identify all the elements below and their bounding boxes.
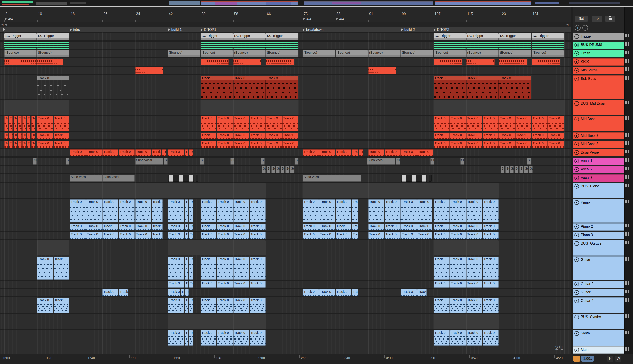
clip-bluemidi[interactable]: Track 0 xyxy=(217,256,233,280)
clip-bluethin[interactable]: Track 0 xyxy=(189,224,193,230)
clip-bluethin[interactable]: Track 0 xyxy=(352,224,358,230)
clip-dim[interactable] xyxy=(37,240,69,256)
clip-bluethin[interactable]: Track 0 xyxy=(185,289,189,296)
clip-bluethin[interactable]: Track 0 xyxy=(417,224,432,230)
clip-bluethin[interactable]: Track 0 xyxy=(201,281,217,288)
clip-gray[interactable]: Suno Vocal xyxy=(262,166,266,173)
clip-bluethin[interactable]: Track 0 xyxy=(233,232,249,239)
track-header-bus-mid-bass[interactable]: ≡BUS_Mid Bass xyxy=(573,100,624,115)
clip-bounce[interactable]: (Bounce) xyxy=(336,50,368,57)
clip-redthin[interactable]: Track 0 xyxy=(359,149,363,156)
clip-bluemidi[interactable]: Track 0 xyxy=(450,256,466,280)
clip-redthin[interactable]: Track 0 xyxy=(233,132,249,139)
clip-redthin[interactable]: Track 0 xyxy=(466,141,482,148)
clip-redthin[interactable]: Track 0 xyxy=(548,141,564,148)
clip-bluethin[interactable]: Track 0 xyxy=(217,224,233,230)
clip-green[interactable] xyxy=(532,42,564,48)
clip-redthin[interactable]: Track 0 xyxy=(152,149,161,156)
clip-sc[interactable]: SC Trigger xyxy=(233,33,266,40)
clip-dim[interactable] xyxy=(70,183,266,198)
track-header-synth[interactable]: ▼Synth xyxy=(573,330,624,346)
clip-bluethin[interactable]: Track 0 xyxy=(434,232,450,239)
clip-redthin[interactable]: Track 0 xyxy=(233,141,249,148)
clip-bounce[interactable]: (Bounce) xyxy=(5,50,37,57)
clip-redthin[interactable]: Track 0 xyxy=(303,149,319,156)
clip-bluemidi[interactable]: Track 0 xyxy=(466,199,482,222)
clip-gray[interactable]: Suno Vocal xyxy=(529,166,532,173)
clip-bluemidi[interactable]: Track 0 xyxy=(450,298,466,313)
track-header-bus-synths[interactable]: ≡BUS_Synths xyxy=(573,314,624,330)
clip-bluemidi[interactable]: Track 0 xyxy=(201,298,217,313)
clip-bluemidi[interactable]: Track 0 xyxy=(434,330,450,346)
clip-bluethin[interactable]: Track 0 xyxy=(201,232,217,239)
clip-bluethin[interactable]: Track 0 xyxy=(102,224,118,230)
track-lane-bus-drums[interactable] xyxy=(0,42,571,49)
track-fold-icon[interactable]: ▶ xyxy=(574,51,579,56)
clip-bluemidi[interactable]: Track 0 xyxy=(483,298,499,313)
clip-bluethin[interactable]: Track 0 xyxy=(201,224,217,230)
clip-redthin[interactable]: Track 0 xyxy=(14,141,17,148)
clip-bluethin[interactable]: Track 0 xyxy=(168,224,184,230)
clip-green[interactable] xyxy=(499,42,531,48)
clip-bluethin[interactable]: Track 0 xyxy=(417,232,432,239)
clip-gray[interactable]: Suno Vocal xyxy=(70,175,102,182)
locator-drop2[interactable]: DROP2 xyxy=(434,28,449,32)
locator-breakdown[interactable]: breakdown xyxy=(303,28,323,32)
track-header-piano[interactable]: ▼Piano xyxy=(573,199,624,222)
clip-green[interactable] xyxy=(201,42,233,48)
clip-redthin[interactable]: Track 0 xyxy=(450,141,466,148)
track-header-sub-bass[interactable]: ▼Sub Bass xyxy=(573,76,624,99)
clip-bluethin[interactable]: Track 0 xyxy=(483,224,499,230)
clip-bluemidi[interactable]: Track 0 xyxy=(185,298,188,313)
track-lane-synth[interactable]: Track 0Track 0Track 0Track 0Track 0Track… xyxy=(0,330,571,346)
clip-gray[interactable]: Suno Vocal xyxy=(66,158,69,165)
track-lane-bus-mid-bass[interactable] xyxy=(0,100,571,115)
clip-darkmidi[interactable]: Track 0 xyxy=(201,76,233,99)
waveform-icon[interactable]: ≈ xyxy=(573,356,580,362)
clip-bluethin[interactable]: Track 0 xyxy=(152,232,163,239)
clip-redmidi[interactable]: Track 0 xyxy=(499,116,515,131)
clip-redmidi[interactable]: Track 0 xyxy=(27,116,31,131)
clip-redthin[interactable]: Track 0 xyxy=(23,141,26,148)
clip-redthin[interactable]: Track 0 xyxy=(102,149,118,156)
clip-bluethin[interactable]: Track 0 xyxy=(466,224,482,230)
clip-bluemidi[interactable]: Track 0 xyxy=(168,298,184,313)
clip-redthin[interactable]: Track 0 xyxy=(31,141,35,148)
clip-green[interactable] xyxy=(5,42,37,48)
clip-bluethin[interactable]: Track 0 xyxy=(336,289,352,296)
clip-darkmidi[interactable]: Track 0 xyxy=(233,76,266,99)
clip-redthin[interactable]: Track 0 xyxy=(401,149,417,156)
clip-redthin[interactable]: Track 0 xyxy=(515,132,531,139)
track-header-kick-verse[interactable]: ▶Kick Verse xyxy=(573,67,624,74)
clip-bluethin[interactable]: Track 0 xyxy=(303,232,319,239)
clip-bluethin[interactable]: Track 0 xyxy=(352,232,358,239)
clip-sc[interactable]: SC Trigger xyxy=(466,33,499,40)
clip-bluemidi[interactable]: Track 0 xyxy=(37,256,53,280)
clip-ghost[interactable]: Track 0 xyxy=(37,76,69,99)
track-lane-guitar[interactable]: Track 0Track 0Track 0Track 0Track 0Track… xyxy=(0,256,571,280)
clip-gray[interactable]: Suno Vocal xyxy=(102,175,135,182)
clip-kick[interactable] xyxy=(201,58,229,66)
clip-bluemidi[interactable]: Track 0 xyxy=(217,330,233,346)
clip-gray[interactable]: Suno Vocal xyxy=(460,158,464,165)
track-header-guitar-2[interactable]: ▶Guitar 2 xyxy=(573,280,624,288)
clip-redthin[interactable]: Track 0 xyxy=(352,149,358,156)
clip-bluemidi[interactable]: Track 0 xyxy=(217,298,233,313)
track-fold-icon[interactable]: ▶ xyxy=(574,60,579,64)
clip-kick[interactable] xyxy=(5,58,37,66)
clip-redthin[interactable]: Track 0 xyxy=(18,141,22,148)
clip-bluethin[interactable]: Track 0 xyxy=(450,224,466,230)
clip-gray[interactable]: Suno Vocal xyxy=(135,158,164,165)
clip-bluethin[interactable]: Track 0 xyxy=(368,232,384,239)
clip-bounce[interactable]: (Bounce) xyxy=(499,50,531,57)
track-lane-kick[interactable] xyxy=(0,58,571,66)
clip-bluemidi[interactable]: Track 0 xyxy=(450,330,466,346)
clip-redthin[interactable]: Track 0 xyxy=(54,141,70,148)
track-lane-vocal-2[interactable]: Suno VocalSuno VocalSuno VocalSuno Vocal… xyxy=(0,166,571,173)
clip-bounce[interactable]: (Bounce) xyxy=(368,50,400,57)
clip-redthin[interactable]: Track 0 xyxy=(434,141,450,148)
track-lane-vocal-3[interactable]: Suno VocalSuno VocalSuno Vocal xyxy=(0,174,571,182)
clip-bluemidi[interactable]: Track 0 xyxy=(233,298,249,313)
clip-gray[interactable]: Suno Vocal xyxy=(519,166,523,173)
clip-bluemidi[interactable]: Track 0 xyxy=(368,199,384,222)
